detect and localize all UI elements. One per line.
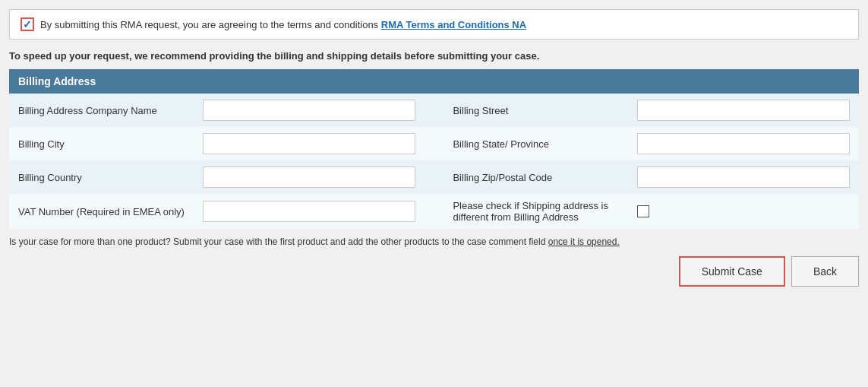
input-billing-state-cell: [628, 127, 859, 160]
input-billing-street[interactable]: [637, 100, 850, 121]
input-billing-country-cell: [194, 160, 425, 194]
label-vat: VAT Number (Required in EMEA only): [9, 194, 194, 229]
table-row: VAT Number (Required in EMEA only) Pleas…: [9, 194, 859, 229]
table-row: Billing Country Billing Zip/Postal Code: [9, 160, 859, 194]
input-billing-street-cell: [628, 94, 859, 127]
terms-text: By submitting this RMA request, you are …: [40, 19, 526, 30]
recommendation-text: To speed up your request, we recommend p…: [9, 50, 859, 62]
shipping-different-checkbox-cell: [637, 205, 850, 217]
input-billing-city[interactable]: [203, 133, 415, 154]
shipping-different-checkbox[interactable]: [637, 205, 649, 217]
billing-table: Billing Address Company Name Billing Str…: [9, 94, 859, 229]
input-company-name-cell: [194, 94, 425, 127]
submit-case-button[interactable]: Submit Case: [679, 256, 785, 287]
table-row: Billing Address Company Name Billing Str…: [9, 94, 859, 127]
label-billing-zip: Billing Zip/Postal Code: [443, 160, 628, 194]
underline-text: once it is opened.: [548, 236, 620, 247]
bottom-info: Is your case for more than one product? …: [9, 236, 859, 247]
terms-link[interactable]: RMA Terms and Conditions NA: [381, 19, 526, 30]
label-billing-city: Billing City: [9, 127, 194, 160]
input-billing-state[interactable]: [637, 133, 850, 154]
buttons-row: Submit Case Back: [9, 256, 859, 287]
billing-section-header: Billing Address: [9, 69, 859, 94]
label-company-name: Billing Address Company Name: [9, 94, 194, 127]
billing-address-section: Billing Address Billing Address Company …: [9, 69, 859, 229]
input-vat-cell: [194, 194, 425, 229]
input-billing-city-cell: [194, 127, 425, 160]
label-shipping-different: Please check if Shipping address is diff…: [443, 194, 628, 229]
label-billing-country: Billing Country: [9, 160, 194, 194]
terms-prefix: By submitting this RMA request, you are …: [40, 19, 381, 30]
input-billing-zip-cell: [628, 160, 859, 194]
input-vat[interactable]: [203, 201, 415, 222]
shipping-different-cell: [628, 194, 859, 229]
back-button[interactable]: Back: [791, 256, 859, 287]
page-wrapper: By submitting this RMA request, you are …: [0, 0, 868, 387]
input-company-name[interactable]: [203, 100, 415, 121]
terms-checkbox[interactable]: [21, 17, 34, 31]
terms-box: By submitting this RMA request, you are …: [9, 9, 859, 40]
label-billing-state: Billing State/ Province: [443, 127, 628, 160]
input-billing-zip[interactable]: [637, 167, 850, 188]
input-billing-country[interactable]: [203, 167, 415, 188]
table-row: Billing City Billing State/ Province: [9, 127, 859, 160]
label-billing-street: Billing Street: [443, 94, 628, 127]
